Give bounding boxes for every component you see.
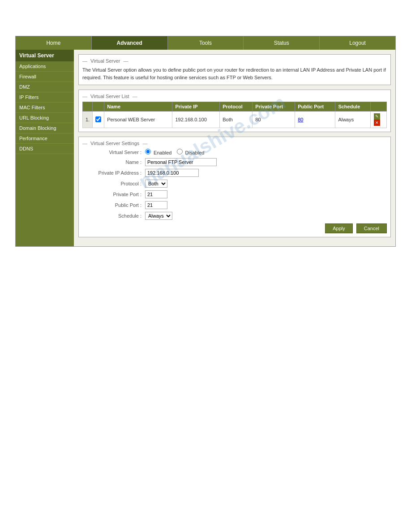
- col-protocol: Protocol: [220, 102, 253, 112]
- schedule-control: Always Never: [145, 212, 172, 220]
- col-num: [83, 102, 93, 112]
- vs-description-box: — Virtual Server — The Virtual Server op…: [78, 54, 391, 85]
- delete-icon[interactable]: ✕: [374, 120, 380, 126]
- sidebar-item-url-blocking[interactable]: URL Blocking: [16, 113, 74, 123]
- vs-list-title: — Virtual Server List —: [82, 94, 387, 99]
- col-private-ip: Private IP: [172, 102, 220, 112]
- protocol-row: Protocol : Both TCP UDP: [82, 180, 387, 188]
- nav-home[interactable]: Home: [16, 36, 92, 50]
- disabled-radio-label[interactable]: Disabled: [177, 150, 205, 155]
- row-protocol: Both: [220, 112, 253, 128]
- public-port-input[interactable]: [145, 201, 167, 209]
- nav-advanced[interactable]: Advanced: [92, 36, 168, 50]
- nav-status[interactable]: Status: [244, 36, 320, 50]
- vs-enable-row: Virtual Server : Enabled Disabled: [82, 149, 387, 155]
- col-checkbox: [93, 102, 104, 112]
- sidebar-item-domain-blocking[interactable]: Domain Blocking: [16, 123, 74, 133]
- schedule-label: Schedule :: [82, 213, 145, 219]
- col-schedule: Schedule: [335, 102, 371, 112]
- vs-settings-title: — Virtual Server Settings —: [82, 141, 387, 146]
- schedule-select[interactable]: Always Never: [145, 212, 172, 220]
- col-private-port: Private Port: [253, 102, 295, 112]
- table-row: 1. Personal WEB Server 192.168.0.100 Bot…: [83, 112, 387, 128]
- row-actions: ✎ ✕: [371, 112, 387, 128]
- enabled-radio[interactable]: [145, 149, 151, 154]
- apply-button[interactable]: Apply: [325, 223, 353, 233]
- public-port-control: [145, 201, 167, 209]
- protocol-select[interactable]: Both TCP UDP: [145, 180, 167, 188]
- public-port-row: Public Port :: [82, 201, 387, 209]
- button-row: Apply Cancel: [82, 223, 387, 233]
- main-layout: Virtual Server Applications Firewall DMZ…: [16, 50, 395, 246]
- edit-icon[interactable]: ✎: [374, 113, 380, 120]
- settings-form: Virtual Server : Enabled Disabled: [82, 149, 387, 220]
- row-private-port: 80: [253, 112, 295, 128]
- row-private-ip: 192.168.0.100: [172, 112, 220, 128]
- vs-table: Name Private IP Protocol Private Port Pu…: [82, 102, 387, 128]
- private-port-row: Private Port :: [82, 190, 387, 198]
- sidebar-item-mac-filters[interactable]: MAC Filters: [16, 103, 74, 113]
- name-input[interactable]: [145, 158, 217, 166]
- disabled-radio[interactable]: [177, 149, 183, 154]
- private-ip-row: Private IP Address :: [82, 169, 387, 177]
- private-ip-control: [145, 169, 199, 177]
- row-name: Personal WEB Server: [104, 112, 172, 128]
- protocol-label: Protocol :: [82, 181, 145, 186]
- private-port-input[interactable]: [145, 190, 167, 198]
- nav-tools[interactable]: Tools: [168, 36, 244, 50]
- enabled-radio-label[interactable]: Enabled: [145, 150, 173, 155]
- public-port-label: Public Port :: [82, 202, 145, 208]
- name-label: Name :: [82, 159, 145, 165]
- name-control: [145, 158, 217, 166]
- sidebar-item-applications[interactable]: Applications: [16, 61, 74, 72]
- private-ip-input[interactable]: [145, 169, 199, 177]
- protocol-control: Both TCP UDP: [145, 180, 167, 188]
- top-nav: Home Advanced Tools Status Logout: [16, 36, 395, 50]
- col-public-port: Public Port: [295, 102, 335, 112]
- private-port-label: Private Port :: [82, 192, 145, 197]
- col-name: Name: [104, 102, 172, 112]
- private-port-control: [145, 190, 167, 198]
- private-ip-label: Private IP Address :: [82, 170, 145, 176]
- row-num: 1.: [83, 112, 93, 128]
- schedule-row: Schedule : Always Never: [82, 212, 387, 220]
- sidebar-item-dmz[interactable]: DMZ: [16, 82, 74, 92]
- sidebar-item-performance[interactable]: Performance: [16, 133, 74, 144]
- col-actions: [371, 102, 387, 112]
- vs-settings-box: — Virtual Server Settings — Virtual Serv…: [78, 137, 391, 237]
- vs-section-title: — Virtual Server —: [82, 58, 387, 64]
- sidebar-title: Virtual Server: [16, 50, 74, 61]
- row-public-port: 80: [295, 112, 335, 128]
- name-row: Name :: [82, 158, 387, 166]
- vs-list-box: — Virtual Server List — Name Private IP: [78, 90, 391, 132]
- row-checkbox[interactable]: [95, 116, 101, 122]
- vs-enable-control: Enabled Disabled: [145, 149, 204, 155]
- sidebar-item-firewall[interactable]: Firewall: [16, 72, 74, 82]
- row-checkbox-cell[interactable]: [93, 112, 104, 128]
- content-area: — Virtual Server — The Virtual Server op…: [74, 50, 395, 246]
- vs-enable-label: Virtual Server :: [82, 150, 145, 155]
- row-schedule: Always: [335, 112, 371, 128]
- sidebar-item-ip-filters[interactable]: IP Filters: [16, 92, 74, 103]
- row-public-port-link[interactable]: 80: [298, 117, 303, 122]
- nav-logout[interactable]: Logout: [320, 36, 395, 50]
- vs-description-text: The Virtual Server option allows you to …: [82, 66, 387, 81]
- sidebar: Virtual Server Applications Firewall DMZ…: [16, 50, 74, 246]
- cancel-button[interactable]: Cancel: [356, 223, 387, 233]
- sidebar-item-ddns[interactable]: DDNS: [16, 144, 74, 154]
